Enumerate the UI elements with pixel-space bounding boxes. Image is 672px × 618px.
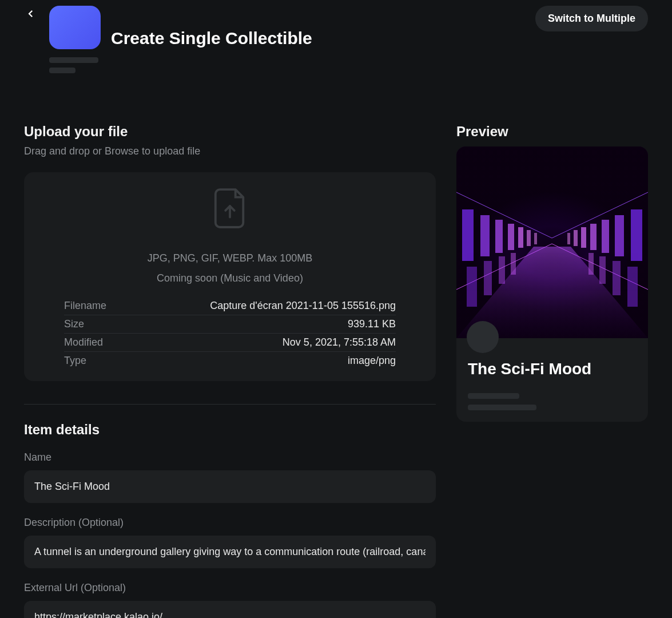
name-input[interactable] <box>24 470 436 503</box>
svg-rect-19 <box>467 267 477 307</box>
upload-file-icon <box>212 187 248 229</box>
svg-rect-10 <box>534 233 537 244</box>
file-meta-table: Filename Capture d'écran 2021-11-05 1555… <box>64 297 396 370</box>
svg-rect-11 <box>631 209 642 261</box>
svg-rect-16 <box>574 230 578 246</box>
meta-label: Modified <box>64 336 103 348</box>
section-divider <box>24 404 436 405</box>
preview-card: The Sci-Fi Mood <box>456 146 648 422</box>
svg-rect-21 <box>499 256 505 284</box>
preview-placeholder-line <box>468 405 536 410</box>
upload-subtext: Drag and drop or Browse to upload file <box>24 145 436 157</box>
svg-rect-12 <box>615 215 624 256</box>
svg-rect-8 <box>518 227 523 248</box>
svg-rect-24 <box>613 261 621 295</box>
item-details-title: Item details <box>24 422 436 438</box>
meta-value: Nov 5, 2021, 7:55:18 AM <box>283 336 396 348</box>
meta-value: Capture d'écran 2021-11-05 155516.png <box>210 300 396 312</box>
svg-rect-15 <box>581 227 586 248</box>
avatar <box>467 321 499 353</box>
svg-rect-6 <box>495 220 503 253</box>
table-row: Type image/png <box>64 352 396 370</box>
upload-formats-text: JPG, PNG, GIF, WEBP. Max 100MB <box>64 252 396 264</box>
preview-section-title: Preview <box>456 124 648 140</box>
svg-rect-25 <box>599 256 606 284</box>
preview-title: The Sci-Fi Mood <box>468 360 637 378</box>
table-row: Size 939.11 KB <box>64 315 396 334</box>
brand-square <box>49 6 101 49</box>
upload-coming-soon-text: Coming soon (Music and Video) <box>64 272 396 284</box>
meta-value: image/png <box>348 355 396 367</box>
svg-rect-26 <box>589 253 594 275</box>
meta-label: Size <box>64 318 84 330</box>
svg-rect-23 <box>627 267 638 307</box>
external-url-label: External Url (Optional) <box>24 582 436 594</box>
header: Create Single Collectible Switch to Mult… <box>24 6 648 73</box>
svg-rect-14 <box>590 224 597 250</box>
preview-image <box>456 146 648 338</box>
meta-label: Filename <box>64 300 106 312</box>
back-button[interactable] <box>24 7 38 21</box>
description-input[interactable] <box>24 536 436 568</box>
meta-label: Type <box>64 355 86 367</box>
description-label: Description (Optional) <box>24 517 436 529</box>
upload-dropzone[interactable]: JPG, PNG, GIF, WEBP. Max 100MB Coming so… <box>24 172 436 381</box>
svg-rect-22 <box>511 253 516 275</box>
svg-rect-17 <box>567 233 570 244</box>
preview-placeholder-line <box>468 393 519 399</box>
meta-value: 939.11 KB <box>348 318 396 330</box>
svg-rect-7 <box>508 224 514 250</box>
byline-placeholder <box>49 57 312 73</box>
svg-rect-9 <box>527 230 531 246</box>
chevron-left-icon <box>26 9 36 19</box>
table-row: Modified Nov 5, 2021, 7:55:18 AM <box>64 334 396 352</box>
page-title: Create Single Collectible <box>111 29 312 49</box>
table-row: Filename Capture d'écran 2021-11-05 1555… <box>64 297 396 315</box>
svg-rect-4 <box>462 209 474 261</box>
switch-to-multiple-button[interactable]: Switch to Multiple <box>535 6 648 31</box>
svg-rect-20 <box>484 261 492 295</box>
upload-section-title: Upload your file <box>24 124 436 140</box>
svg-rect-5 <box>480 215 490 256</box>
name-label: Name <box>24 451 436 464</box>
svg-rect-13 <box>602 220 609 253</box>
external-url-input[interactable] <box>24 601 436 618</box>
